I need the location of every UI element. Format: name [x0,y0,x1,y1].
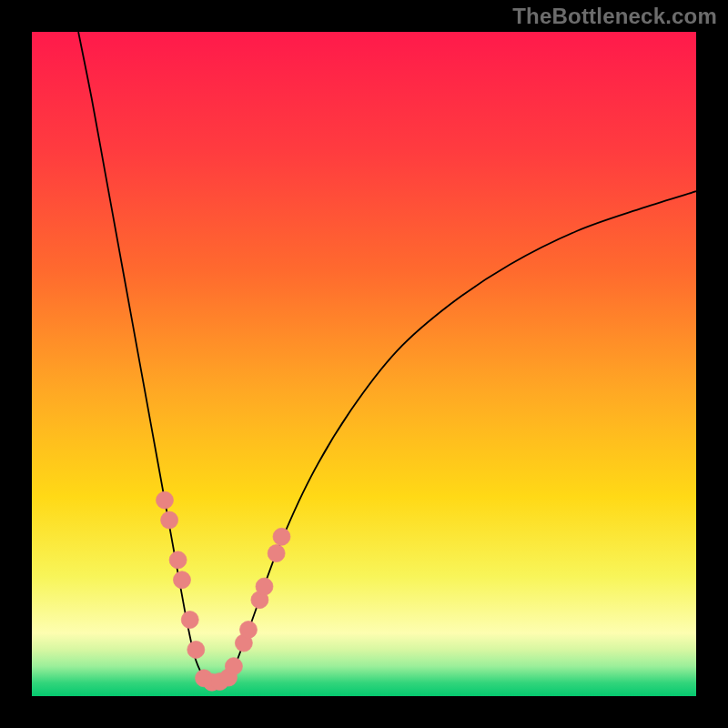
marker-dot [161,511,178,529]
marker-dot [157,491,174,509]
watermark-text: TheBottleneck.com [512,4,717,29]
highlight-markers [157,491,290,691]
marker-dot [268,545,285,562]
marker-dot [173,571,190,589]
chart-overlay [32,32,696,696]
marker-dot [181,612,198,629]
bottleneck-curve [78,32,696,683]
marker-dot [239,622,257,639]
marker-dot [169,551,187,569]
marker-dot [187,641,205,658]
marker-dot [273,528,290,545]
marker-dot [256,578,273,595]
chart-frame: TheBottleneck.com [0,0,728,728]
marker-dot [225,658,242,675]
